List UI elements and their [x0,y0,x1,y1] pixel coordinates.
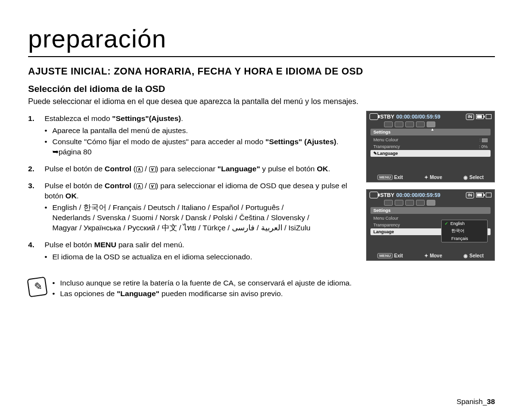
osd-screen-2: STBY 00:00:00/00:59:59 IN Settings Menu … [366,189,495,261]
stby-label: STBY [380,192,394,198]
time-label: 00:00:00/00:59:59 [396,192,440,198]
card-icon [486,193,492,197]
select-label[interactable]: ◉ Select [463,175,483,180]
down-icon: ∨ [149,166,156,172]
intro-text: Puede seleccionar el idioma en el que de… [28,97,495,106]
battery-icon [476,193,484,197]
in-badge: IN [466,192,474,198]
osd-screen-1: STBY 00:00:00/00:59:59 IN Settings▲ Menu… [366,111,495,182]
languages-list: English / 한국어 / Français / Deutsch / Ita… [45,203,357,233]
option-english[interactable]: ✓English [442,220,487,227]
section-heading: AJUSTE INICIAL: ZONA HORARIA, FECHA Y HO… [28,66,495,77]
stby-label: STBY [380,114,394,120]
page-footer: Spanish_38 [457,397,495,405]
in-badge: IN [466,114,474,120]
menu-settings-header: Settings▲ [370,129,491,135]
subheading: Selección del idioma de la OSD [28,84,495,94]
exit-label[interactable]: MENUExit [377,253,403,258]
note-2: Las opciones de "Language" pueden modifi… [52,288,352,299]
step-4-bullet-1: El idioma de la OSD se actualiza en el i… [45,252,357,262]
step-2: Pulse el botón de Control (∧ / ∨) para s… [28,164,357,174]
step-4: Pulse el botón MENU para salir del menú.… [28,240,357,262]
menu-row-colour: Menu Colour: [370,136,491,143]
settings-icon [427,121,435,127]
exit-label[interactable]: MENUExit [377,175,403,180]
step-1-bullet-2: Consulte "Cómo fijar el modo de ajustes"… [45,137,357,157]
up-icon: ∧ [136,183,143,189]
wb-icon [405,200,414,206]
down-icon: ∨ [149,183,156,189]
battery-icon [476,114,484,119]
move-label: ✦ Move [424,253,442,258]
wb-icon [405,121,414,127]
step-3: Pulse el botón de Control (∧ / ∨) para s… [28,181,357,234]
card-icon [486,114,492,119]
note-box: ✎ Incluso aunque se retire la batería o … [28,278,495,299]
note-1: Incluso aunque se retire la batería o la… [52,278,352,288]
move-label: ✦ Move [424,175,442,180]
screen-previews: STBY 00:00:00/00:59:59 IN Settings▲ Menu… [366,111,495,269]
page-title: preparación [28,24,495,57]
camera-icon [369,113,378,120]
steps-column: Establezca el modo "Settings"(Ajustes). … [28,114,357,269]
option-korean[interactable]: 한국어 [442,227,487,235]
menu-settings-header: Settings [370,207,491,214]
camera-icon [369,192,378,198]
language-dropdown[interactable]: ✓English 한국어 Français [441,220,488,242]
up-icon: ∧ [136,166,143,172]
time-label: 00:00:00/00:59:59 [396,114,440,120]
dial-icon [416,121,425,127]
step-1-bullet-1: Aparece la pantalla del menú de ajustes. [45,126,357,136]
info-icon [395,121,403,127]
step-1: Establezca el modo "Settings"(Ajustes). … [28,114,357,157]
option-french[interactable]: Français [442,235,487,242]
dial-icon [416,200,425,206]
note-icon: ✎ [27,277,48,298]
settings-icon [427,200,435,206]
select-label[interactable]: ◉ Select [463,253,483,258]
mode-icon [384,200,393,206]
info-icon [395,200,403,206]
menu-row-transparency: Transparency: 0% [370,143,491,150]
mode-icon [384,121,393,127]
menu-row-language[interactable]: ✎Language [370,150,491,157]
